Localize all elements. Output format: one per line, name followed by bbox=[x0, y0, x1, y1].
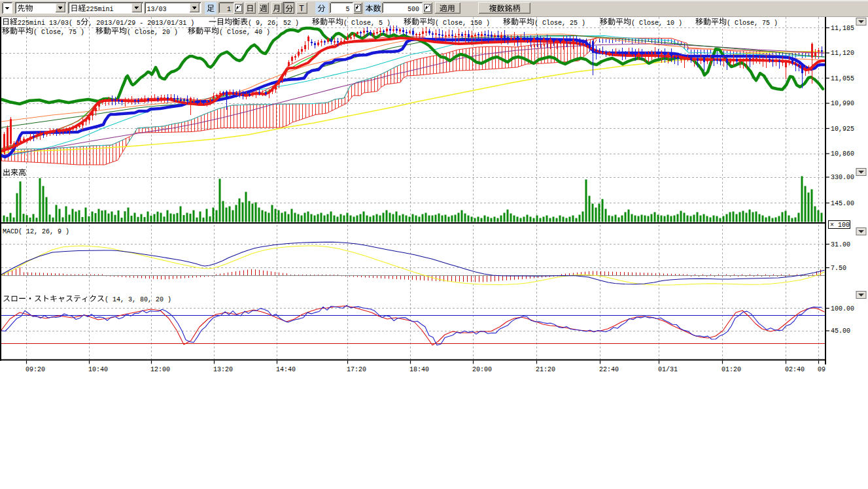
svg-text:09:20: 09:20 bbox=[26, 366, 45, 373]
svg-text:11,185: 11,185 bbox=[831, 25, 854, 32]
svg-text:( Close, 5 ): ( Close, 5 ) bbox=[343, 20, 391, 27]
svg-text:× 100: × 100 bbox=[830, 222, 850, 229]
svg-text:( 14, 3, 80, 20 ): ( 14, 3, 80, 20 ) bbox=[105, 296, 171, 303]
svg-text:17:20: 17:20 bbox=[347, 366, 366, 373]
svg-text:01/31: 01/31 bbox=[658, 366, 678, 373]
svg-text:13/03: 13/03 bbox=[147, 6, 167, 13]
svg-text:10,860: 10,860 bbox=[831, 150, 854, 158]
svg-text:7.50: 7.50 bbox=[831, 265, 846, 272]
svg-text:330.00: 330.00 bbox=[831, 174, 854, 181]
svg-text:T: T bbox=[299, 5, 304, 14]
svg-text:, 2013/01/29 - 2013/01/31 ): , 2013/01/29 - 2013/01/31 ) bbox=[88, 20, 194, 27]
svg-text:( Close, 20 ): ( Close, 20 ) bbox=[127, 29, 178, 36]
svg-text:( Close, 75 ): ( Close, 75 ) bbox=[33, 29, 84, 36]
svg-text:12:00: 12:00 bbox=[150, 366, 170, 373]
svg-text:02:40: 02:40 bbox=[785, 366, 805, 373]
svg-text:500: 500 bbox=[408, 6, 419, 13]
svg-text:( Close, 10 ): ( Close, 10 ) bbox=[631, 20, 682, 27]
svg-text:5: 5 bbox=[345, 6, 349, 13]
svg-text:100.00: 100.00 bbox=[831, 305, 854, 312]
svg-text:( Close, 150 ): ( Close, 150 ) bbox=[435, 20, 490, 27]
svg-text:1: 1 bbox=[227, 6, 231, 13]
svg-text:21:20: 21:20 bbox=[536, 366, 555, 373]
svg-text:22:40: 22:40 bbox=[599, 366, 619, 373]
svg-text:14:40: 14:40 bbox=[276, 366, 296, 373]
svg-text:31.00: 31.00 bbox=[831, 241, 850, 248]
svg-text:MACD( 12, 26, 9 ): MACD( 12, 26, 9 ) bbox=[3, 228, 69, 235]
svg-text:11,120: 11,120 bbox=[831, 50, 854, 57]
svg-text:18:40: 18:40 bbox=[409, 366, 429, 373]
svg-text:45.00: 45.00 bbox=[831, 328, 850, 335]
svg-text:10,925: 10,925 bbox=[831, 126, 854, 133]
svg-text:225mini 13/03( 5: 225mini 13/03( 5 bbox=[18, 20, 80, 27]
svg-text:09: 09 bbox=[818, 366, 825, 373]
svg-text:20:00: 20:00 bbox=[472, 366, 492, 373]
svg-text:10,990: 10,990 bbox=[831, 100, 854, 107]
svg-text:225mini: 225mini bbox=[86, 6, 114, 13]
svg-text:( Close, 75 ): ( Close, 75 ) bbox=[727, 20, 778, 27]
svg-text:13:20: 13:20 bbox=[213, 366, 233, 373]
svg-text:11,055: 11,055 bbox=[831, 75, 854, 82]
svg-text:01:20: 01:20 bbox=[721, 366, 741, 373]
svg-text:( Close, 40 ): ( Close, 40 ) bbox=[219, 29, 270, 36]
svg-text:( 9, 26, 52 ): ( 9, 26, 52 ) bbox=[248, 20, 299, 27]
svg-text:145.00: 145.00 bbox=[831, 200, 854, 207]
svg-text:( Close, 25 ): ( Close, 25 ) bbox=[534, 20, 585, 27]
svg-text:10:40: 10:40 bbox=[88, 366, 108, 373]
